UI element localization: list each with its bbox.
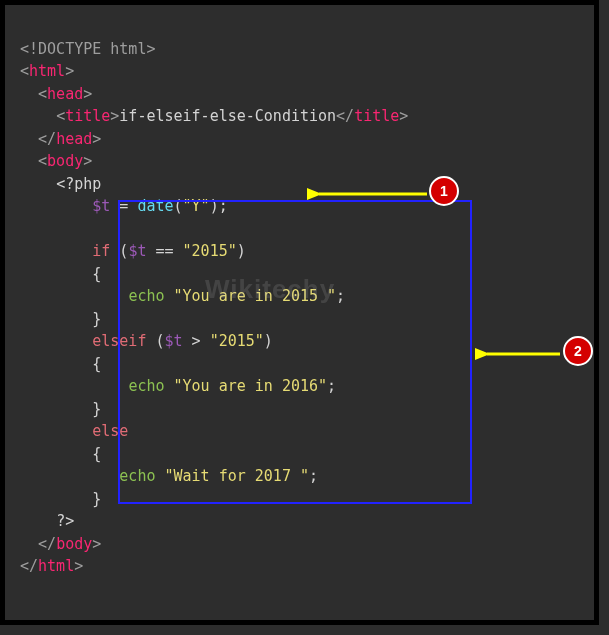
- lt-slash: </: [38, 130, 56, 148]
- brace-open3: {: [92, 445, 101, 463]
- cond1-open: (: [110, 242, 128, 260]
- echo-kw: echo: [128, 287, 164, 305]
- str-2017msg: "Wait for 2017 ": [165, 467, 310, 485]
- lt-slash: </: [336, 107, 354, 125]
- lt: <: [38, 85, 47, 103]
- str-2016msg: "You are in 2016": [174, 377, 328, 395]
- title-tag: title: [65, 107, 110, 125]
- paren-close2: ): [264, 332, 273, 350]
- gt: >: [92, 130, 101, 148]
- if-kw: if: [92, 242, 110, 260]
- body-tag: body: [47, 152, 83, 170]
- eq: =: [110, 197, 137, 215]
- brace-open2: {: [92, 355, 101, 373]
- paren-close: ): [237, 242, 246, 260]
- brace-close: }: [92, 310, 101, 328]
- doctype-open: <!: [20, 40, 38, 58]
- str-2015msg: "You are in 2015 ": [174, 287, 337, 305]
- brace-close2: }: [92, 400, 101, 418]
- echo-kw2: echo: [128, 377, 164, 395]
- doctype-text: DOCTYPE html: [38, 40, 146, 58]
- gt2: >: [92, 535, 101, 553]
- title-text: if-elseif-else-Condition: [119, 107, 336, 125]
- gt: >: [110, 107, 119, 125]
- lt: <: [56, 107, 65, 125]
- php-open: <?php: [56, 175, 101, 193]
- var-t2: $t: [128, 242, 146, 260]
- code-screenshot-frame: <!DOCTYPE html> <html> <head> <title>if-…: [0, 0, 599, 625]
- str-2015: "2015": [183, 242, 237, 260]
- str-2015b: "2015": [210, 332, 264, 350]
- semi: ;: [336, 287, 345, 305]
- body-close: body: [56, 535, 92, 553]
- lt: <: [20, 62, 29, 80]
- lt: <: [38, 152, 47, 170]
- paren-close-semi: );: [210, 197, 228, 215]
- var-t: $t: [92, 197, 110, 215]
- lt-slash2: </: [38, 535, 56, 553]
- code-block: <!DOCTYPE html> <html> <head> <title>if-…: [5, 5, 594, 610]
- head-close: head: [56, 130, 92, 148]
- eqeq: ==: [146, 242, 182, 260]
- php-close: ?>: [56, 512, 74, 530]
- cond2-open: (: [146, 332, 164, 350]
- elseif-kw: elseif: [92, 332, 146, 350]
- gt: >: [399, 107, 408, 125]
- html-tag: html: [29, 62, 65, 80]
- annotation-badge-1: 1: [429, 176, 459, 206]
- semi2: ;: [327, 377, 336, 395]
- annotation-badge-2: 2: [563, 336, 593, 366]
- lt-slash3: </: [20, 557, 38, 575]
- doctype-close: >: [146, 40, 155, 58]
- str-y: "Y": [183, 197, 210, 215]
- gt-op: >: [183, 332, 210, 350]
- head-tag: head: [47, 85, 83, 103]
- gt: >: [65, 62, 74, 80]
- date-fn: date: [137, 197, 173, 215]
- gt: >: [83, 85, 92, 103]
- paren-open: (: [174, 197, 183, 215]
- title-close: title: [354, 107, 399, 125]
- semi3: ;: [309, 467, 318, 485]
- var-t3: $t: [165, 332, 183, 350]
- echo-kw3: echo: [119, 467, 155, 485]
- gt3: >: [74, 557, 83, 575]
- brace-close3: }: [92, 490, 101, 508]
- else-kw: else: [92, 422, 128, 440]
- html-close: html: [38, 557, 74, 575]
- brace-open: {: [92, 265, 101, 283]
- gt: >: [83, 152, 92, 170]
